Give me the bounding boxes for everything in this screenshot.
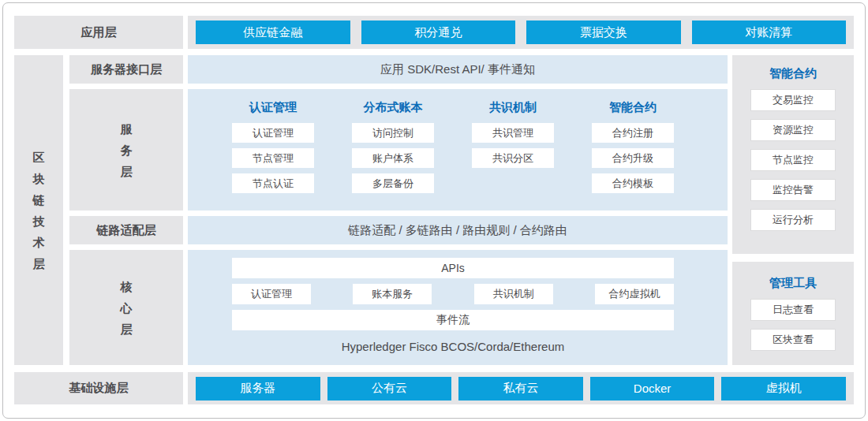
service-item: 认证管理	[232, 123, 314, 143]
infra-block-private-cloud: 私有云	[458, 377, 583, 401]
side-panel-item: 资源监控	[751, 120, 835, 140]
service-column-header: 认证管理	[232, 100, 314, 115]
apis-box: APIs	[232, 258, 674, 278]
app-block-reconciliation-clearing: 对账清算	[692, 20, 847, 44]
infra-block-virtual-machine: 虚拟机	[721, 377, 846, 401]
application-layer-row: 应用层 供应链金融 积分通兑 票据交换 对账清算	[14, 16, 854, 49]
infra-block-server: 服务器	[196, 377, 320, 401]
management-tools-title: 管理工具	[732, 276, 854, 291]
service-item: 多层备份	[352, 173, 434, 193]
app-block-supply-chain-finance: 供应链金融	[196, 20, 350, 44]
sublayer-label-column: 服务器接口层 服务层 链路适配层 核心层	[69, 55, 183, 365]
infra-block-public-cloud: 公有云	[327, 377, 452, 401]
side-panel-item: 监控告警	[751, 180, 835, 200]
service-column-consensus: 共识机制 共识管理 共识分区	[472, 100, 554, 199]
service-item: 共识管理	[472, 123, 554, 143]
monitoring-panel-title: 智能合约	[732, 66, 854, 81]
service-item: 共识分区	[472, 148, 554, 168]
app-block-bill-exchange: 票据交换	[526, 20, 681, 44]
blockchain-tech-layer-label-box: 区块链技术层	[14, 55, 63, 365]
server-interface-layer-label: 服务器接口层	[69, 55, 183, 84]
service-item: 访问控制	[352, 123, 434, 143]
side-panel-item: 日志查看	[751, 300, 835, 320]
core-layer-label-box: 核心层	[69, 250, 183, 365]
service-column-smart-contract: 智能合约 合约注册 合约升级 合约模板	[592, 100, 674, 199]
blockchain-technology-section: 区块链技术层 服务器接口层 服务层 链路适配层 核心层 应用 SDK/Rest …	[14, 55, 854, 365]
core-module: 共识机制	[474, 284, 553, 304]
core-layer-label: 核心层	[119, 276, 133, 340]
service-item: 账户体系	[352, 148, 434, 168]
event-stream-box: 事件流	[232, 310, 674, 330]
service-column-header: 共识机制	[472, 100, 554, 115]
infra-block-docker: Docker	[590, 377, 715, 401]
core-layer-panel: APIs 认证管理 账本服务 共识机制 合约虚拟机 事件流 Hyperledge…	[188, 250, 728, 365]
app-block-points-exchange: 积分通兑	[361, 20, 516, 44]
blockchain-tech-layer-label: 区块链技术层	[32, 147, 45, 274]
service-column-header: 分布式账本	[352, 100, 434, 115]
link-adapter-content: 链路适配 / 多链路由 / 路由规则 / 合约路由	[188, 216, 728, 244]
core-module: 认证管理	[232, 284, 311, 304]
service-column-auth: 认证管理 认证管理 节点管理 节点认证	[232, 100, 314, 199]
service-layer-label: 服务层	[119, 118, 133, 182]
service-layer-columns: 认证管理 认证管理 节点管理 节点认证 分布式账本 访问控制 账户体系 多层备份…	[188, 89, 728, 199]
server-interface-content: 应用 SDK/Rest API/ 事件通知	[188, 55, 728, 84]
service-item: 合约注册	[592, 123, 674, 143]
service-layer-label-box: 服务层	[69, 89, 183, 210]
core-module: 合约虚拟机	[595, 284, 674, 304]
service-item: 节点管理	[232, 148, 314, 168]
side-panel-item: 运行分析	[751, 210, 835, 230]
blockchain-platforms-text: Hyperledger Fisco BCOS/Corda/Ethereum	[232, 340, 674, 353]
service-column-header: 智能合约	[592, 100, 674, 115]
core-modules-row: 认证管理 账本服务 共识机制 合约虚拟机	[232, 284, 674, 304]
side-panel-item: 节点监控	[751, 150, 835, 170]
application-layer-label: 应用层	[14, 16, 183, 49]
side-panel-item: 交易监控	[751, 90, 835, 110]
architecture-diagram-card: 应用层 供应链金融 积分通兑 票据交换 对账清算 区块链技术层 服务器接口层 服…	[2, 2, 866, 419]
infrastructure-layer-label: 基础设施层	[14, 372, 183, 404]
service-item: 合约升级	[592, 148, 674, 168]
service-layer-panel: 认证管理 认证管理 节点管理 节点认证 分布式账本 访问控制 账户体系 多层备份…	[188, 89, 728, 210]
side-panel-column: 智能合约 交易监控 资源监控 节点监控 监控告警 运行分析 管理工具 日志查看 …	[732, 55, 854, 365]
service-item: 节点认证	[232, 173, 314, 193]
monitoring-panel: 智能合约 交易监控 资源监控 节点监控 监控告警 运行分析	[732, 55, 854, 254]
application-layer-strip: 供应链金融 积分通兑 票据交换 对账清算	[188, 16, 854, 49]
layer-content-column: 应用 SDK/Rest API/ 事件通知 认证管理 认证管理 节点管理 节点认…	[188, 55, 728, 365]
link-adapter-layer-label: 链路适配层	[69, 216, 183, 244]
infrastructure-layer-row: 基础设施层 服务器 公有云 私有云 Docker 虚拟机	[14, 372, 854, 404]
infrastructure-layer-strip: 服务器 公有云 私有云 Docker 虚拟机	[188, 372, 854, 404]
service-column-ledger: 分布式账本 访问控制 账户体系 多层备份	[352, 100, 434, 199]
core-module: 账本服务	[353, 284, 432, 304]
core-layer-inner: APIs 认证管理 账本服务 共识机制 合约虚拟机 事件流 Hyperledge…	[188, 250, 728, 353]
management-tools-panel: 管理工具 日志查看 区块查看	[732, 262, 854, 365]
service-item: 合约模板	[592, 173, 674, 193]
side-panel-item: 区块查看	[751, 330, 835, 350]
